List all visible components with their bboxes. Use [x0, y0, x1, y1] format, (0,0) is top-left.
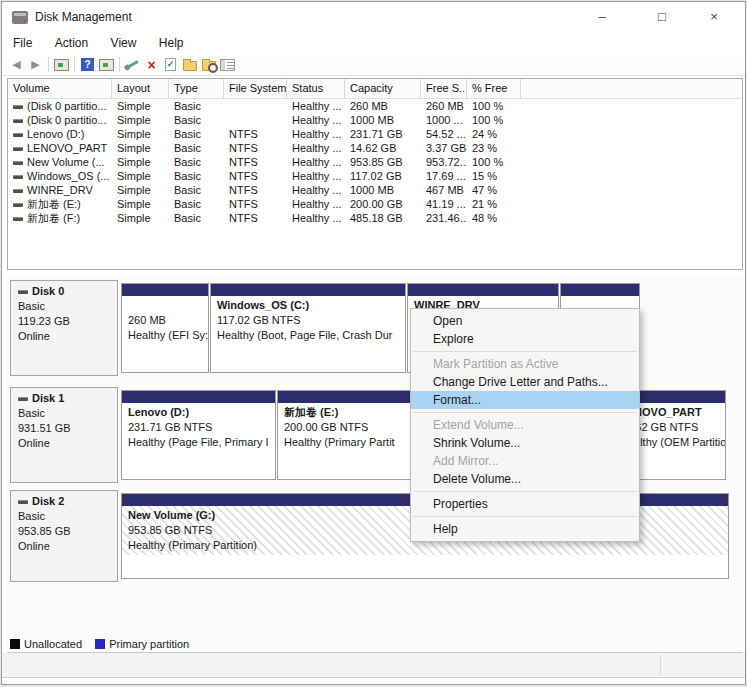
volume-list-header: Volume Layout Type File System Status Ca…: [8, 79, 742, 99]
properties-check-icon[interactable]: ✓: [161, 56, 180, 74]
folder-icon[interactable]: [180, 56, 199, 74]
partition-efi[interactable]: 260 MB Healthy (EFI Sy:: [121, 283, 209, 373]
menu-separator: [413, 516, 637, 517]
partition-band: [408, 284, 558, 296]
back-icon[interactable]: ◀: [7, 56, 26, 74]
menu-item-extend-volume: Extend Volume...: [411, 416, 639, 434]
folder-search-icon[interactable]: [199, 56, 218, 74]
volume-icon: [13, 119, 23, 123]
partition-band: [211, 284, 405, 296]
col-layout[interactable]: Layout: [112, 79, 169, 98]
delete-icon[interactable]: ×: [142, 56, 161, 74]
details-view-icon[interactable]: [218, 56, 237, 74]
partition-band: [561, 284, 639, 296]
col-status[interactable]: Status: [287, 79, 345, 98]
table-row[interactable]: WINRE_DRV Simple Basic NTFS Healthy ... …: [8, 183, 742, 197]
volume-icon: [13, 217, 23, 221]
menu-item-change-drive-letter[interactable]: Change Drive Letter and Paths...: [411, 373, 639, 391]
minimize-button[interactable]: –: [579, 2, 625, 32]
menu-item-format[interactable]: Format...: [411, 391, 639, 409]
toolbar-separator: [119, 57, 120, 72]
help-icon[interactable]: ?: [78, 56, 97, 74]
col-capacity[interactable]: Capacity: [345, 79, 421, 98]
console-window-icon[interactable]: [97, 56, 116, 74]
menu-view[interactable]: View: [102, 32, 146, 54]
legend-unallocated: Unallocated: [10, 638, 82, 650]
toolbar-separator: [74, 57, 75, 72]
col-free-space[interactable]: Free S..: [421, 79, 467, 98]
legend: Unallocated Primary partition: [10, 638, 199, 652]
menu-bar: File Action View Help: [2, 32, 745, 54]
menu-item-help[interactable]: Help: [411, 520, 639, 538]
volume-list-panel: Volume Layout Type File System Status Ca…: [7, 78, 743, 270]
volume-icon: [13, 161, 23, 165]
legend-primary-partition: Primary partition: [95, 638, 189, 650]
toolbar-separator: [48, 57, 49, 72]
col-file-system[interactable]: File System: [224, 79, 287, 98]
partition-lenovo-d[interactable]: Lenovo (D:) 231.71 GB NTFS Healthy (Page…: [121, 390, 276, 480]
volume-icon: [13, 189, 23, 193]
partition-band: [122, 391, 275, 403]
menu-separator: [413, 351, 637, 352]
menu-item-explore[interactable]: Explore: [411, 330, 639, 348]
toolbar: ◀ ▶ ? × ✓: [2, 54, 745, 76]
menu-item-shrink-volume[interactable]: Shrink Volume...: [411, 434, 639, 452]
menu-separator: [413, 491, 637, 492]
col-volume[interactable]: Volume: [8, 79, 112, 98]
partition-band: [122, 284, 208, 296]
disk-1-label[interactable]: Disk 1 Basic 931.51 GB Online: [10, 387, 118, 483]
disk-icon: [18, 290, 28, 294]
menu-item-open[interactable]: Open: [411, 312, 639, 330]
menu-item-add-mirror: Add Mirror...: [411, 452, 639, 470]
window-title: Disk Management: [35, 10, 132, 24]
primary-partition-swatch: [95, 639, 105, 649]
title-bar: Disk Management – □ ×: [2, 2, 745, 32]
volume-icon: [13, 147, 23, 151]
partition-windows-os-c[interactable]: Windows_OS (C:) 117.02 GB NTFS Healthy (…: [210, 283, 406, 373]
disk-management-window: Disk Management – □ × File Action View H…: [1, 1, 746, 685]
disk-icon: [18, 500, 28, 504]
table-row[interactable]: (Disk 0 partitio... Simple Basic Healthy…: [8, 99, 742, 113]
table-row[interactable]: 新加卷 (F:) Simple Basic NTFS Healthy ... 4…: [8, 211, 742, 225]
close-button[interactable]: ×: [691, 2, 737, 32]
menu-help[interactable]: Help: [150, 32, 193, 54]
volume-icon: [13, 133, 23, 137]
volume-icon: [13, 175, 23, 179]
unallocated-swatch: [10, 639, 20, 649]
menu-action[interactable]: Action: [46, 32, 97, 54]
table-row[interactable]: LENOVO_PART Simple Basic NTFS Healthy ..…: [8, 141, 742, 155]
volume-icon: [13, 105, 23, 109]
menu-file[interactable]: File: [4, 32, 41, 54]
menu-separator: [413, 412, 637, 413]
menu-item-mark-partition-active: Mark Partition as Active: [411, 355, 639, 373]
disk-management-app-icon: [12, 11, 28, 24]
volume-icon: [13, 203, 23, 207]
status-bar: [2, 653, 745, 678]
menu-item-properties[interactable]: Properties: [411, 495, 639, 513]
menu-item-delete-volume[interactable]: Delete Volume...: [411, 470, 639, 488]
table-row[interactable]: New Volume (... Simple Basic NTFS Health…: [8, 155, 742, 169]
show-console-tree-icon[interactable]: [52, 56, 71, 74]
action-tool-icon[interactable]: [123, 56, 142, 74]
col-pct-free[interactable]: % Free: [467, 79, 521, 98]
table-row[interactable]: Lenovo (D:) Simple Basic NTFS Healthy ..…: [8, 127, 742, 141]
table-row[interactable]: (Disk 0 partitio... Simple Basic Healthy…: [8, 113, 742, 127]
disk-2-label[interactable]: Disk 2 Basic 953.85 GB Online: [10, 490, 118, 582]
col-type[interactable]: Type: [169, 79, 224, 98]
table-row[interactable]: 新加卷 (E:) Simple Basic NTFS Healthy ... 2…: [8, 197, 742, 211]
maximize-button[interactable]: □: [639, 2, 685, 32]
disk-0-label[interactable]: Disk 0 Basic 119.23 GB Online: [10, 280, 118, 376]
disk-icon: [18, 397, 28, 401]
forward-icon[interactable]: ▶: [26, 56, 45, 74]
col-filler: [521, 79, 742, 98]
status-bar-divider: [660, 655, 661, 676]
context-menu: Open Explore Mark Partition as Active Ch…: [410, 308, 640, 542]
table-row[interactable]: Windows_OS (... Simple Basic NTFS Health…: [8, 169, 742, 183]
